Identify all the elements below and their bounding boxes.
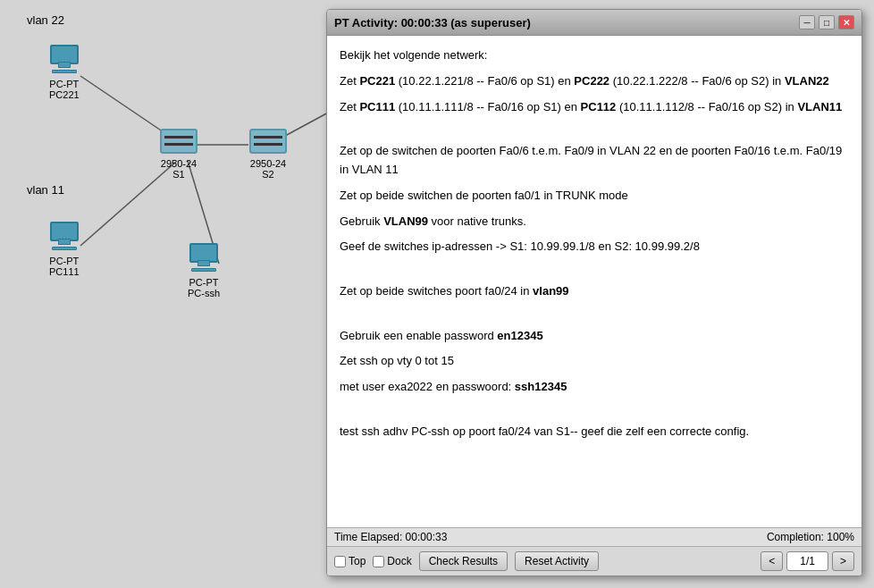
svg-rect-8 [250, 130, 286, 153]
content-ssh-vty: Zet ssh op vty 0 tot 15 [340, 352, 849, 371]
dialog-title: PT Activity: 00:00:33 (as superuser) [334, 16, 531, 29]
pc221-icon [50, 45, 79, 73]
content-intro: Bekijk het volgende netwerk: [340, 46, 849, 65]
svg-rect-7 [164, 143, 193, 146]
footer-left: Top Dock Check Results Reset Activity [334, 551, 599, 571]
s1-name: S1 [161, 169, 197, 180]
svg-rect-10 [254, 143, 282, 146]
pcssh-type: PC-PT [188, 277, 220, 288]
dialog-footer: Top Dock Check Results Reset Activity < … [327, 546, 861, 575]
content-vlan-ports: Zet op de switchen de poorten Fa0/6 t.e.… [340, 142, 849, 180]
vlan11-left-label: vlan 11 [27, 183, 64, 197]
pcssh-icon [189, 243, 218, 272]
svg-rect-6 [164, 136, 193, 139]
page-indicator: 1/1 [786, 551, 828, 571]
device-S2[interactable]: 2950-24 S2 [248, 128, 288, 180]
restore-button[interactable]: □ [819, 15, 835, 29]
pc111-name: PC111 [49, 266, 80, 277]
content-ssh-test: test ssh adhv PC-ssh op poort fa0/24 van… [340, 423, 849, 441]
content-trunk: Zet op beide switchen de poorten fa0/1 i… [340, 187, 849, 206]
device-PC111[interactable]: PC-PT PC111 [49, 222, 80, 277]
minimize-button[interactable]: ─ [799, 15, 815, 29]
device-PC221[interactable]: PC-PT PC221 [49, 45, 80, 100]
svg-rect-9 [254, 136, 282, 139]
content-vlan99: Gebruik VLAN99 voor native trunks. [340, 213, 849, 231]
dialog-titlebar: PT Activity: 00:00:33 (as superuser) ─ □… [327, 10, 861, 36]
dock-checkbox[interactable] [373, 556, 384, 567]
pt-activity-dialog: PT Activity: 00:00:33 (as superuser) ─ □… [326, 9, 862, 576]
top-checkbox-group[interactable]: Top [334, 555, 366, 567]
pc221-name: PC221 [49, 89, 80, 100]
content-ssh-user: met user exa2022 en passwoord: ssh12345 [340, 378, 849, 397]
content-pc221-222: Zet PC221 (10.22.1.221/8 -- Fa0/6 op S1)… [340, 72, 849, 91]
content-ip-addresses: Geef de switches ip-adressen -> S1: 10.9… [340, 238, 849, 256]
footer-right: < 1/1 > [761, 551, 854, 571]
pcssh-name: PC-ssh [188, 288, 220, 298]
switch-s1-icon [159, 128, 198, 156]
time-elapsed-label: Time Elapsed: 00:00:33 [334, 531, 447, 543]
content-fa024-vlan99: Zet op beide switches poort fa0/24 in vl… [340, 282, 849, 301]
switch-s2-icon [248, 128, 288, 156]
svg-rect-5 [161, 130, 197, 153]
check-results-button[interactable]: Check Results [419, 551, 508, 571]
pc221-type: PC-PT [49, 79, 80, 89]
s2-model: 2950-24 [250, 158, 286, 169]
device-S1[interactable]: 2950-24 S1 [159, 128, 198, 180]
dialog-status-bar: Time Elapsed: 00:00:33 Completion: 100% [327, 527, 861, 546]
top-checkbox[interactable] [334, 556, 346, 567]
dock-checkbox-group[interactable]: Dock [373, 555, 411, 567]
vlan22-left-label: vlan 22 [27, 13, 64, 27]
content-enable-password: Gebruik een enable password en12345 [340, 327, 849, 346]
close-button[interactable]: ✕ [838, 15, 854, 29]
pc111-icon [50, 222, 79, 250]
s2-name: S2 [250, 169, 286, 180]
device-PCssh[interactable]: PC-PT PC-ssh [188, 243, 220, 298]
reset-activity-button[interactable]: Reset Activity [515, 551, 599, 571]
dialog-content[interactable]: Bekijk het volgende netwerk: Zet PC221 (… [327, 36, 861, 527]
nav-next-button[interactable]: > [832, 551, 854, 571]
completion-label: Completion: 100% [767, 531, 854, 543]
nav-prev-button[interactable]: < [761, 551, 783, 571]
pc111-type: PC-PT [49, 256, 80, 266]
s1-model: 2950-24 [161, 158, 197, 169]
dialog-window-controls: ─ □ ✕ [799, 15, 854, 29]
content-pc111-112: Zet PC111 (10.11.1.111/8 -- Fa0/16 op S1… [340, 98, 849, 117]
